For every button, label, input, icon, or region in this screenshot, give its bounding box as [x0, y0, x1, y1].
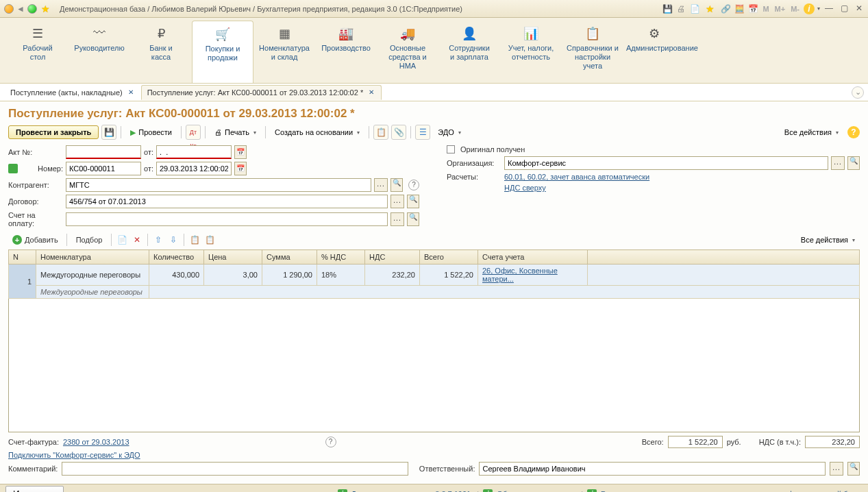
ribbon-sales[interactable]: 🛒Покупки и продажи	[192, 21, 253, 83]
favorites-icon[interactable]: ★	[41, 3, 50, 14]
status-backup[interactable]: Рекомендуется настроить резервное копиро…	[601, 490, 863, 493]
maximize-icon[interactable]: ▢	[838, 3, 850, 14]
save-button[interactable]: 💾	[101, 125, 116, 140]
ribbon-refs[interactable]: 📋Справочники и настройки учета	[562, 21, 623, 83]
dt-kt-button[interactable]: ДтКт	[186, 125, 201, 140]
table-body-empty[interactable]	[8, 299, 860, 432]
accounts-link[interactable]: 26, Офис, Косвенные матери...	[482, 267, 558, 283]
help-icon[interactable]: ?	[847, 126, 860, 138]
edo-button[interactable]: ЭДО▾	[433, 125, 466, 139]
tab-close-icon[interactable]: ✕	[367, 88, 375, 97]
calendar-icon[interactable]: 📅	[747, 3, 758, 14]
ellipsis-button[interactable]: ...	[830, 462, 843, 476]
select-button[interactable]: Подбор	[71, 233, 108, 247]
calc-link[interactable]: 60.01, 60.02, зачет аванса автоматически	[504, 173, 649, 181]
ribbon-manager[interactable]: 〰Руководителю	[69, 21, 130, 83]
col-total[interactable]: Всего	[420, 250, 478, 265]
add-button[interactable]: +Добавить	[8, 234, 62, 246]
ribbon-stock[interactable]: ▦Номенклатура и склад	[253, 21, 315, 83]
org-input[interactable]	[504, 156, 828, 170]
contract-input[interactable]	[66, 195, 388, 208]
create-based-button[interactable]: Создать на основании▾	[270, 125, 364, 139]
history-button[interactable]: История...	[5, 486, 64, 492]
col-sum[interactable]: Сумма	[262, 250, 317, 265]
invoice-input[interactable]	[66, 212, 388, 226]
close-icon[interactable]: ✕	[853, 3, 865, 14]
col-vat[interactable]: НДС	[365, 250, 420, 265]
back-icon[interactable]: ◄	[15, 3, 26, 14]
copy-icon[interactable]: 📄	[116, 234, 128, 246]
save-icon[interactable]: 💾	[662, 3, 673, 14]
m-minus-icon[interactable]: M-	[791, 5, 799, 13]
forward-icon[interactable]	[27, 4, 37, 14]
calc-icon[interactable]: 🧮	[734, 3, 745, 14]
col-nomenclature[interactable]: Номенклатура	[36, 250, 149, 265]
paste-icon[interactable]: 📋	[188, 234, 201, 246]
tab-receipt-act[interactable]: Поступление услуг: Акт КС00-000011 от 29…	[141, 85, 382, 100]
ellipsis-button[interactable]: ...	[374, 178, 388, 192]
comment-input[interactable]	[62, 462, 408, 476]
delete-icon[interactable]: ✕	[131, 234, 143, 246]
akt-number-input[interactable]	[66, 145, 141, 159]
star-icon[interactable]: ★	[706, 3, 715, 14]
table-row[interactable]: 1 Междугородные переговоры 430,000 3,00 …	[9, 265, 860, 286]
help-icon[interactable]: ?	[408, 180, 419, 190]
original-checkbox[interactable]	[447, 145, 455, 153]
ribbon-production[interactable]: 🏭Производство	[315, 21, 377, 83]
search-icon[interactable]: 🔍	[847, 156, 860, 170]
vat-link[interactable]: НДС сверху	[504, 184, 546, 192]
date-picker-icon[interactable]: 📅	[234, 145, 247, 159]
m-plus-icon[interactable]: M+	[775, 5, 786, 13]
search-icon[interactable]: 🔍	[407, 212, 419, 226]
ellipsis-button[interactable]: ...	[390, 195, 404, 208]
col-qty[interactable]: Количество	[149, 250, 204, 265]
tab-expand-icon[interactable]: ⌄	[852, 86, 864, 99]
print-icon[interactable]: 🖨	[675, 3, 686, 14]
file-button[interactable]: 📋	[373, 125, 388, 140]
tab-receipts[interactable]: Поступление (акты, накладные) ✕	[4, 85, 141, 100]
doc-icon[interactable]: 📄	[689, 3, 700, 14]
ribbon-desktop[interactable]: ☰Рабочий стол	[7, 21, 69, 83]
table-row-sub[interactable]: Междугородные переговоры	[9, 286, 860, 299]
invoice-fact-link[interactable]: 2380 от 29.03.2013	[63, 438, 129, 446]
number-input[interactable]	[66, 162, 141, 175]
print-button[interactable]: 🖨Печать▾	[210, 125, 261, 139]
ellipsis-button[interactable]: ...	[831, 156, 845, 170]
all-actions-button[interactable]: Все действия▾	[780, 125, 843, 139]
ribbon-reports[interactable]: 📊Учет, налоги, отчетность	[500, 21, 562, 83]
info-icon[interactable]: i	[804, 3, 815, 14]
col-price[interactable]: Цена	[204, 250, 262, 265]
search-icon[interactable]: 🔍	[847, 462, 860, 476]
post-close-button[interactable]: Провести и закрыть	[8, 125, 99, 139]
up-icon[interactable]: ⇧	[152, 234, 164, 246]
ribbon-admin[interactable]: ⚙Администрирование	[623, 21, 685, 83]
col-vatpct[interactable]: % НДС	[317, 250, 365, 265]
m-icon[interactable]: M	[762, 5, 769, 13]
status-rates[interactable]: Обновить курсы валют	[497, 490, 577, 493]
col-n[interactable]: N	[9, 250, 36, 265]
col-accounts[interactable]: Счета учета	[478, 250, 588, 265]
ribbon-hr[interactable]: 👤Сотрудники и зарплата	[438, 21, 500, 83]
post-button[interactable]: ▶Провести	[125, 125, 177, 140]
app-icon[interactable]	[4, 4, 14, 14]
table-all-actions-button[interactable]: Все действия▾	[796, 233, 860, 247]
attach-button[interactable]: 📎	[391, 125, 406, 140]
link-icon[interactable]: 🔗	[720, 3, 731, 14]
search-icon[interactable]: 🔍	[407, 195, 419, 208]
list-button[interactable]: ☰	[415, 125, 430, 140]
akt-date-input[interactable]	[156, 145, 232, 159]
status-version[interactable]: Доступна новая версия 8.3.7.1901.	[351, 490, 473, 493]
edo-connect-link[interactable]: Подключить "Комфорт-сервис" к ЭДО	[8, 451, 140, 459]
help-icon[interactable]: ?	[325, 436, 336, 447]
search-icon[interactable]: 🔍	[390, 178, 403, 192]
ellipsis-button[interactable]: ...	[390, 212, 404, 226]
paste2-icon[interactable]: 📋	[203, 234, 216, 246]
ribbon-bank[interactable]: ₽Банк и касса	[130, 21, 192, 83]
responsible-input[interactable]	[479, 462, 826, 476]
tab-close-icon[interactable]: ✕	[127, 88, 135, 97]
counterparty-input[interactable]	[66, 178, 371, 192]
date-picker-icon[interactable]: 📅	[234, 162, 247, 175]
minimize-icon[interactable]: —	[823, 3, 835, 14]
down-icon[interactable]: ⇩	[167, 234, 179, 246]
date-input[interactable]	[156, 162, 232, 175]
